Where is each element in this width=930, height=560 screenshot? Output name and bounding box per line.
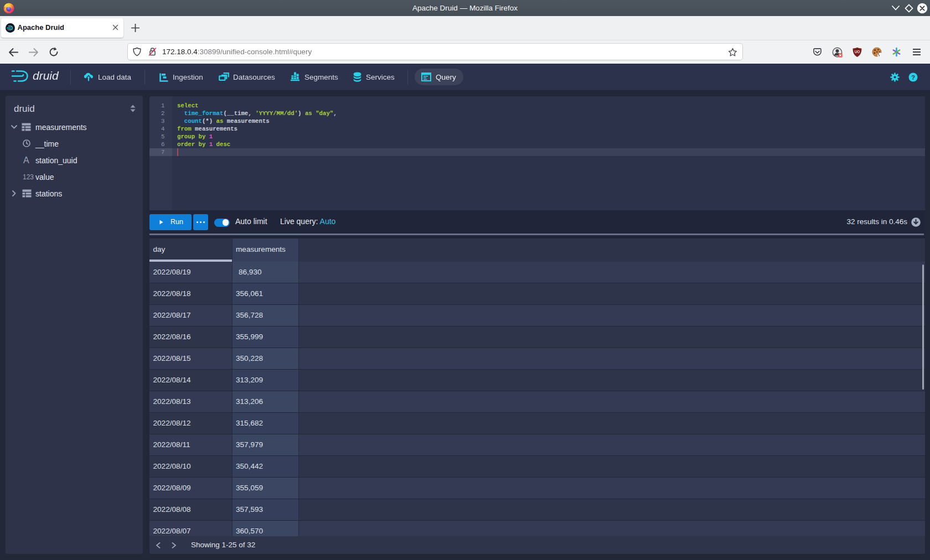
svg-text:?: ?: [911, 74, 915, 81]
svg-text:UO: UO: [855, 50, 860, 54]
